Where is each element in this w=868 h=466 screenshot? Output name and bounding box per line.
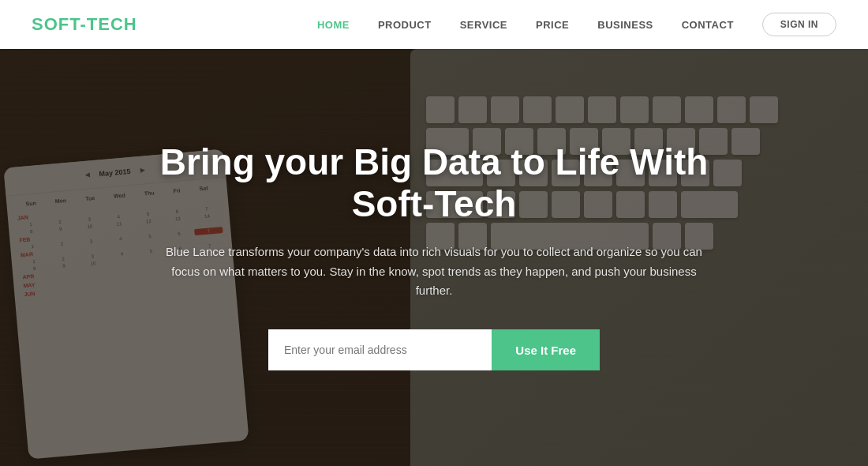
navbar: SOFT-TECH HOME PRODUCT SERVICE PRICE BUS… (0, 0, 868, 49)
nav-product[interactable]: PRODUCT (378, 19, 432, 31)
nav-business[interactable]: BUSINESS (597, 19, 653, 31)
hero-subtitle: Blue Lance transforms your company's dat… (166, 242, 702, 301)
hero-title: Bring your Big Data to Life With Soft-Te… (134, 141, 734, 225)
cta-button[interactable]: Use It Free (492, 329, 600, 370)
signin-button[interactable]: SIGN IN (762, 13, 836, 36)
nav-home[interactable]: HOME (317, 19, 350, 31)
hero-content: Bring your Big Data to Life With Soft-Te… (134, 141, 734, 370)
nav-price[interactable]: PRICE (536, 19, 569, 31)
email-input[interactable] (268, 329, 492, 370)
hero-section: ◀ May 2015 ▶ SunMonTueWedThuFriSat JAN 1… (0, 0, 868, 466)
logo-prefix: SOFT- (32, 14, 87, 34)
logo: SOFT-TECH (32, 14, 137, 35)
logo-suffix: TECH (87, 14, 137, 34)
nav-contact[interactable]: CONTACT (682, 19, 734, 31)
hero-cta: Use It Free (268, 329, 600, 370)
nav-service[interactable]: SERVICE (460, 19, 507, 31)
nav-links: HOME PRODUCT SERVICE PRICE BUSINESS CONT… (317, 13, 836, 36)
